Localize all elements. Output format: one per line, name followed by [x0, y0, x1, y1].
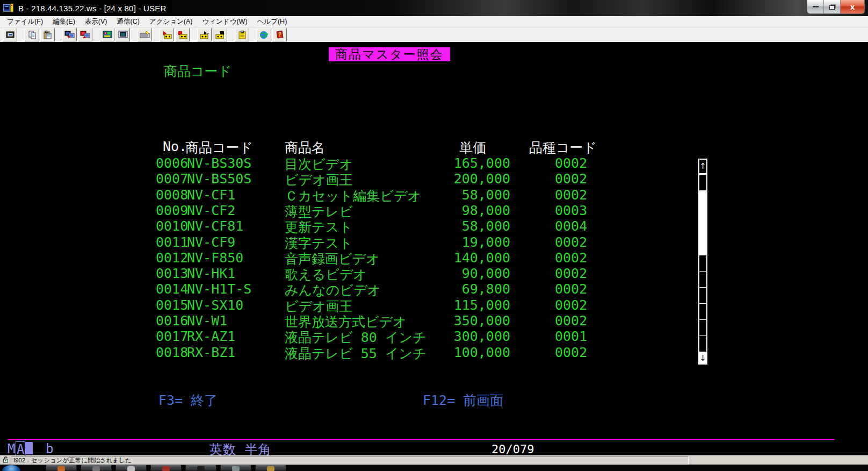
record-macro-start-button[interactable]: [160, 28, 174, 41]
toolbar: ? ?: [0, 27, 868, 43]
cell-product-code: NV-CF2: [187, 203, 235, 218]
cell-product-code: NV-HK1: [187, 266, 235, 281]
keyboard-setup-button[interactable]: [138, 28, 152, 41]
down-arrow-icon: ↓: [699, 353, 706, 363]
cell-product-code: NV-W1: [187, 313, 227, 329]
receive-file-button[interactable]: [78, 28, 92, 41]
scrollbar-track[interactable]: [698, 336, 707, 352]
cell-kind-code: 0002: [555, 266, 587, 281]
fkey-f12-previous: F12= 前画面: [423, 391, 503, 409]
cell-product-name: ビデオ画王: [285, 171, 353, 189]
scroll-thumb[interactable]: [698, 206, 707, 223]
scroll-up-button[interactable]: ↑: [698, 159, 707, 174]
table-row: 0017RX-AZ1液晶テレビ 80 インチ300,0000001: [0, 329, 868, 344]
taskbar-app-button[interactable]: [220, 465, 251, 471]
menu-help[interactable]: ヘルプ(H): [252, 16, 292, 27]
menu-actions[interactable]: アクション(A): [144, 16, 198, 27]
color-setup-button[interactable]: [100, 28, 114, 41]
new-session-button[interactable]: [3, 28, 17, 41]
record-macro-stop-button[interactable]: [175, 28, 190, 41]
menu-view[interactable]: 表示(V): [80, 16, 112, 27]
cell-product-name: 目次ビデオ: [285, 155, 353, 173]
cell-unit-price: 19,000: [408, 234, 510, 250]
cell-unit-price: 165,000: [408, 155, 510, 171]
cell-unit-price: 140,000: [408, 250, 510, 266]
help-book-icon: ?: [275, 31, 285, 39]
cell-no: 0011: [156, 234, 188, 250]
help-book-button[interactable]: ?: [272, 28, 287, 41]
cell-kind-code: 0002: [555, 171, 587, 187]
taskbar-app-button[interactable]: [255, 465, 286, 471]
paste-icon: [43, 31, 53, 39]
cell-product-name: 音声録画ビデオ: [285, 250, 380, 268]
table-row: 0007NV-BS50Sビデオ画王200,0000002: [0, 171, 868, 187]
minimize-button[interactable]: [807, 0, 824, 13]
start-button[interactable]: [2, 465, 20, 471]
receive-file-icon: [80, 31, 91, 39]
send-file-icon: [64, 31, 75, 39]
table-row: 0012NV-F850音声録画ビデオ140,0000002: [0, 250, 868, 266]
cell-product-code: NV-CF9: [187, 234, 235, 250]
menu-edit[interactable]: 編集(E): [48, 16, 80, 27]
table-row: 0014NV-H1T-Sみんなのビデオ69,8000002: [0, 281, 868, 297]
taskbar-app-button[interactable]: [115, 465, 147, 471]
oia-shift-indicator: b: [46, 441, 53, 456]
scroll-thumb[interactable]: [698, 239, 707, 255]
status-message: I902 - セッションが正常に開始されました: [11, 456, 689, 465]
taskbar-app-button[interactable]: [81, 465, 112, 471]
scrollbar-track[interactable]: [698, 271, 707, 287]
cell-product-code: RX-AZ1: [187, 329, 235, 344]
cell-product-code: NV-CF81: [187, 218, 243, 234]
help-globe-button[interactable]: ?: [257, 28, 271, 41]
menu-file[interactable]: ファイル(F): [2, 16, 48, 27]
cell-product-name: 世界放送方式ビデオ: [285, 313, 407, 331]
menu-communication[interactable]: 通信(C): [112, 16, 144, 27]
cell-product-name: 漢字テスト: [285, 234, 353, 252]
header-no: No.: [163, 139, 187, 154]
scrollbar-track[interactable]: [698, 255, 707, 271]
taskbar-app-button[interactable]: [150, 465, 182, 471]
taskbar-app-button[interactable]: [185, 465, 216, 471]
scrollbar-track[interactable]: [698, 287, 707, 303]
menu-window[interactable]: ウィンドウ(W): [197, 16, 252, 27]
table-row: 0011NV-CF9漢字テスト19,0000002: [0, 234, 868, 250]
table-row: 0009NV-CF2薄型テレビ98,0000003: [0, 203, 868, 218]
clipboard-button[interactable]: [235, 28, 249, 41]
cell-no: 0015: [156, 297, 188, 313]
stop-macro-button[interactable]: [213, 28, 227, 41]
oia-cursor-position: 20/079: [491, 443, 534, 456]
play-macro-button[interactable]: [197, 28, 212, 41]
emulator-window: B - 218.44.135.22.ws - [24 x 80] - USER …: [0, 0, 868, 471]
send-file-button[interactable]: [62, 28, 77, 41]
cell-kind-code: 0003: [555, 203, 587, 218]
display-setup-button[interactable]: [115, 28, 130, 41]
close-button[interactable]: x: [841, 0, 864, 13]
scrollbar-track[interactable]: [698, 303, 707, 319]
scroll-thumb[interactable]: [698, 190, 707, 206]
stop-macro-icon: [215, 31, 226, 39]
cell-no: 0017: [156, 329, 188, 344]
cell-product-name: 液晶テレビ 55 インチ: [285, 345, 426, 362]
cell-no: 0006: [156, 155, 188, 171]
svg-text:?: ?: [264, 32, 267, 39]
paste-button[interactable]: [40, 28, 55, 41]
restore-button[interactable]: [824, 0, 841, 13]
cell-unit-price: 350,000: [408, 313, 510, 329]
copy-button[interactable]: [25, 28, 39, 41]
minimize-icon: [813, 6, 819, 8]
color-setup-icon: [103, 31, 112, 39]
scroll-down-button[interactable]: ↓: [698, 352, 707, 365]
cell-product-name: みんなのビデオ: [285, 281, 381, 299]
cell-no: 0009: [156, 203, 188, 218]
table-row: 0006NV-BS30S目次ビデオ165,0000002: [0, 155, 868, 171]
cell-no: 0008: [156, 187, 188, 203]
table-row: 0016NV-W1世界放送方式ビデオ350,0000002: [0, 313, 868, 329]
scrollbar-track[interactable]: [698, 174, 707, 190]
taskbar-app-button[interactable]: [46, 465, 77, 471]
cell-unit-price: 200,000: [408, 171, 510, 187]
scrollbar-track[interactable]: [698, 319, 707, 336]
cell-product-name: ビデオ画王: [285, 297, 353, 315]
scroll-thumb[interactable]: [698, 223, 707, 239]
terminal-screen: 商品マスター照会 商品コード No. 商品コード 商品名 単価 品種コード 00…: [0, 43, 868, 455]
header-unit-price: 単価: [459, 139, 486, 156]
